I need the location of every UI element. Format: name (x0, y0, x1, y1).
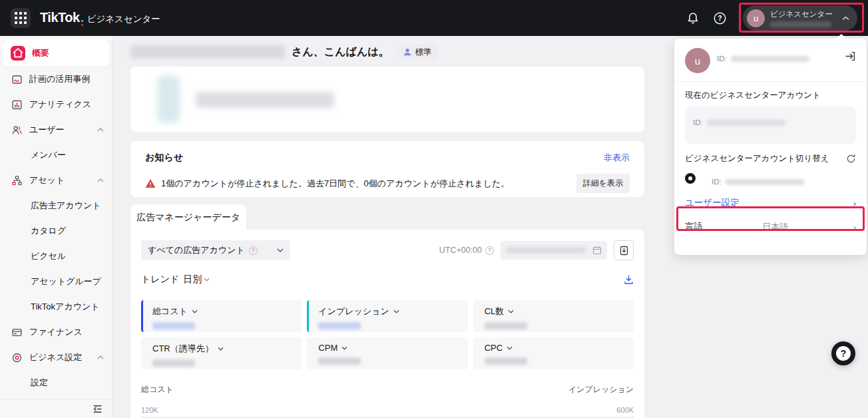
current-account-card[interactable]: ID: (685, 106, 856, 144)
ad-account-select-value: すべての広告アカウント (148, 244, 245, 256)
redacted-user-name (130, 45, 285, 59)
id-label: ID: (712, 178, 722, 186)
redacted-metric-value (318, 357, 361, 365)
export-report-button[interactable] (614, 240, 634, 260)
redacted-metric-value (152, 322, 195, 329)
sidebar-item-users[interactable]: ユーザー (0, 117, 112, 142)
sidebar-divider (0, 399, 112, 399)
metric-card-total-cost[interactable]: 総コスト (141, 300, 302, 332)
metric-card-clicks[interactable]: CL数 (473, 300, 634, 332)
tier-badge-label: 標準 (415, 47, 431, 58)
help-icon[interactable]: ? (712, 11, 727, 25)
chevron-down-icon (218, 347, 224, 351)
switch-account-section-label: ビジネスセンターアカウント切り替え (685, 153, 846, 164)
page: TikTok ビジネスセンター ? u ビジネスセンター (0, 0, 868, 418)
trend-period-select[interactable]: 日別 (183, 274, 210, 286)
sidebar-item-asset-groups[interactable]: アセットグループ (0, 269, 112, 294)
users-icon (11, 124, 23, 136)
metric-card-cpc[interactable]: CPC (473, 337, 634, 369)
account-switcher-chip[interactable]: u ビジネスセンター (743, 5, 857, 31)
help-circle-icon: ? (485, 246, 494, 255)
redacted-avatar (157, 76, 180, 122)
sidebar-item-tiktok-accounts[interactable]: TikTokアカウント (0, 294, 112, 319)
user-avatar: u (747, 9, 765, 27)
ads-data-panel: すべての広告アカウント ? UTC+00:00 ? (130, 230, 644, 418)
sidebar-item-advertiser-accounts[interactable]: 広告主アカウント (0, 193, 112, 218)
id-label: ID: (693, 118, 703, 126)
chip-account-type: ビジネスセンター (770, 9, 837, 19)
user-avatar: u (685, 48, 710, 73)
chevron-down-icon (393, 310, 399, 314)
chevron-up-icon (97, 355, 104, 359)
ad-account-select[interactable]: すべての広告アカウント ? (141, 240, 290, 260)
trend-label: トレンド (141, 274, 179, 286)
language-value: 日本語 (762, 221, 788, 233)
sidebar-item-analytics[interactable]: アナリティクス (0, 92, 112, 117)
finance-icon (11, 326, 23, 338)
download-chart-button[interactable] (624, 275, 634, 285)
member-icon (403, 47, 412, 57)
logout-icon[interactable] (845, 48, 856, 62)
product-name: ビジネスセンター (87, 13, 160, 25)
sidebar-item-overview[interactable]: 概要 (3, 40, 109, 67)
apps-grid-icon[interactable] (11, 8, 31, 28)
assets-icon (11, 174, 23, 186)
refresh-icon[interactable] (846, 154, 856, 164)
calendar-icon (592, 246, 602, 255)
home-icon (11, 46, 25, 61)
notifications-bell-icon[interactable] (686, 11, 700, 25)
sidebar-item-settings[interactable]: 設定 (0, 370, 112, 395)
tier-badge: 標準 (396, 44, 438, 60)
redacted-account-name (770, 21, 831, 27)
date-range-picker[interactable] (501, 241, 607, 260)
chevron-right-icon: › (853, 222, 856, 232)
announcement-card: お知らせ 非表示 1個のアカウントが停止されました。過去7日間で、0個のアカウン… (130, 141, 644, 197)
sidebar-item-use-cases[interactable]: 計画の活用事例 (0, 67, 112, 92)
logo-colon-icon (81, 20, 83, 26)
chevron-down-icon (204, 278, 210, 282)
sidebar-item-pixels[interactable]: ピクセル (0, 244, 112, 269)
metric-card-cpm[interactable]: CPM (307, 337, 467, 369)
redacted-account-title (196, 92, 334, 108)
language-row[interactable]: 言語 日本語 › (682, 215, 859, 239)
redacted-date-range (506, 247, 586, 254)
chevron-down-icon (277, 248, 284, 252)
greeting-text: さん、こんばんは。 (292, 45, 389, 59)
chevron-up-icon (97, 178, 104, 182)
sidebar-item-assets[interactable]: アセット (0, 168, 112, 193)
usecase-icon (11, 73, 23, 85)
sidebar-item-members[interactable]: メンバー (0, 142, 112, 168)
download-icon (624, 275, 634, 285)
account-menu-panel: u ID: 現在のビジネスセンターアカウント ID: (674, 39, 867, 255)
help-circle-icon: ? (249, 246, 258, 255)
radio-selected[interactable] (685, 173, 696, 184)
chevron-down-icon (341, 346, 347, 350)
metric-card-ctr[interactable]: CTR（誘導先） (141, 337, 302, 369)
hide-announcement-link[interactable]: 非表示 (604, 152, 630, 164)
svg-text:?: ? (718, 14, 722, 22)
chart-axis-ticks: 120K 600K (141, 406, 634, 414)
menu-pointer-arrow (836, 34, 847, 39)
export-document-icon (619, 246, 629, 256)
collapse-sidebar-icon[interactable] (91, 402, 104, 415)
topbar: TikTok ビジネスセンター ? u ビジネスセンター (0, 0, 868, 36)
sidebar-item-catalogs[interactable]: カタログ (0, 218, 112, 244)
metric-card-impressions[interactable]: インプレッション (307, 300, 467, 332)
redacted-metric-value (485, 357, 527, 365)
id-label: ID: (717, 55, 727, 63)
show-details-button[interactable]: 詳細を表示 (576, 174, 630, 193)
redacted-metric-value (485, 322, 527, 329)
greeting-row: さん、こんばんは。 標準 (130, 44, 438, 60)
tiktok-logo: TikTok ビジネスセンター (40, 10, 160, 26)
chart-axis-titles: 総コスト インプレッション (141, 384, 634, 395)
timezone-label: UTC+00:00 ? (439, 246, 494, 255)
tab-ads-manager-data[interactable]: 広告マネージャーデータ (130, 204, 246, 231)
sidebar-item-business-settings[interactable]: ビジネス設定 (0, 345, 112, 370)
chart-right-series-label: インプレッション (568, 384, 634, 395)
sidebar-item-finance[interactable]: ファイナンス (0, 319, 112, 345)
account-option-row[interactable]: ID: (685, 172, 856, 186)
user-settings-link[interactable]: ユーザー設定 › (682, 191, 859, 215)
redacted-id (726, 179, 804, 185)
floating-help-button[interactable]: ? (831, 341, 855, 365)
chevron-up-icon (842, 16, 849, 21)
